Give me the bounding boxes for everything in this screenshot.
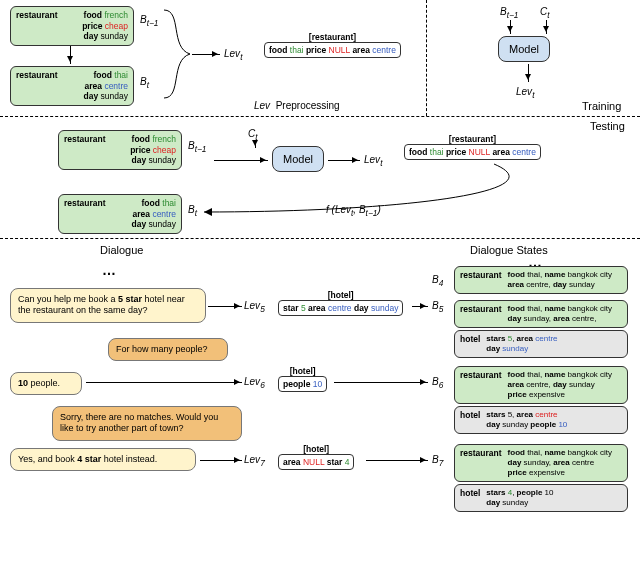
- lev6-sym: Lev6: [244, 376, 265, 390]
- arrow-down-icon: [546, 20, 547, 34]
- user-turn-2: 10 people.: [10, 372, 82, 395]
- system-turn-1: For how many people?: [108, 338, 228, 361]
- testing-b-prev-label: Bt−1: [188, 140, 206, 154]
- svg-marker-0: [204, 208, 212, 216]
- user-turn-3: Yes, and book 4 star hotel instead.: [10, 448, 196, 471]
- b5-rest: restaurant food thai, name bangkok cityd…: [454, 300, 628, 328]
- b6-rest: restaurant food thai, name bangkok citya…: [454, 366, 628, 404]
- training-in-c: Ct: [540, 6, 550, 20]
- testing-state-prev: restaurant food french price cheap day s…: [58, 130, 182, 170]
- vertical-divider: [426, 0, 427, 116]
- lev7-sym: Lev7: [244, 454, 265, 468]
- b-curr-label: Bt: [140, 76, 149, 90]
- lev6-box: [hotel] people 10: [278, 366, 327, 392]
- b7-hotel: hotel stars 4, people 10day sunday: [454, 484, 628, 512]
- lev-symbol: Levt: [224, 48, 242, 62]
- testing-caption: Testing: [590, 120, 625, 132]
- lev5-sym: Lev5: [244, 300, 265, 314]
- b5-label: B5: [432, 300, 443, 314]
- lev-output-testing: [restaurant] food thai price NULL area c…: [404, 134, 541, 160]
- arrow-right-icon: [86, 382, 242, 383]
- arrow-down-icon: [70, 46, 71, 64]
- training-out-lev: Levt: [516, 86, 534, 100]
- testing-fn-label: f (Levt, Bt−1): [326, 204, 381, 218]
- user-turn-1: Can you help me book a 5 star hotel near…: [10, 288, 206, 323]
- arrow-right-icon: [412, 306, 428, 307]
- b6-hotel: hotel stars 5, area centreday sunday peo…: [454, 406, 628, 434]
- testing-state-curr: restaurant food thai area centre day sun…: [58, 194, 182, 234]
- lev-output-preproc: [restaurant] food thai price NULL area c…: [264, 32, 401, 58]
- domain-label: restaurant: [16, 70, 58, 81]
- testing-b-curr-label: Bt: [188, 204, 197, 218]
- preproc-caption: Lev Preprocessing: [254, 100, 340, 111]
- model-box-training: Model: [498, 36, 550, 62]
- b4-rest: restaurant food thai, name bangkok citya…: [454, 266, 628, 294]
- arrow-right-icon: [334, 382, 428, 383]
- arrow-right-icon: [200, 460, 242, 461]
- curve-arrow-icon: [200, 160, 580, 220]
- training-in-b: Bt−1: [500, 6, 518, 20]
- preproc-state-curr: restaurant food thai area centre day sun…: [10, 66, 134, 106]
- arrow-right-icon: [192, 54, 220, 55]
- arrow-down-icon: [255, 140, 256, 148]
- domain-label: restaurant: [16, 10, 58, 21]
- lev5-box: [hotel] star 5 area centre day sunday: [278, 290, 403, 316]
- b5-hotel: hotel stars 5, area centreday sunday: [454, 330, 628, 358]
- system-turn-2: Sorry, there are no matches. Would you l…: [52, 406, 242, 441]
- arrow-right-icon: [366, 460, 428, 461]
- ellipsis-icon: …: [102, 262, 118, 278]
- lev7-box: [hotel] area NULL star 4: [278, 444, 354, 470]
- b7-label: B7: [432, 454, 443, 468]
- arrow-right-icon: [208, 306, 242, 307]
- dialogue-left-label: Dialogue: [100, 244, 143, 256]
- b6-label: B6: [432, 376, 443, 390]
- b4-label: B4: [432, 274, 443, 288]
- training-caption: Training: [582, 100, 621, 112]
- b7-rest: restaurant food thai, name bangkok cityd…: [454, 444, 628, 482]
- horizontal-divider: [0, 116, 640, 117]
- arrow-down-icon: [528, 64, 529, 82]
- horizontal-divider: [0, 238, 640, 239]
- arrow-down-icon: [510, 20, 511, 34]
- figure-root: restaurant food french price cheap day s…: [0, 0, 640, 577]
- preproc-state-prev: restaurant food french price cheap day s…: [10, 6, 134, 46]
- b-prev-label: Bt−1: [140, 14, 158, 28]
